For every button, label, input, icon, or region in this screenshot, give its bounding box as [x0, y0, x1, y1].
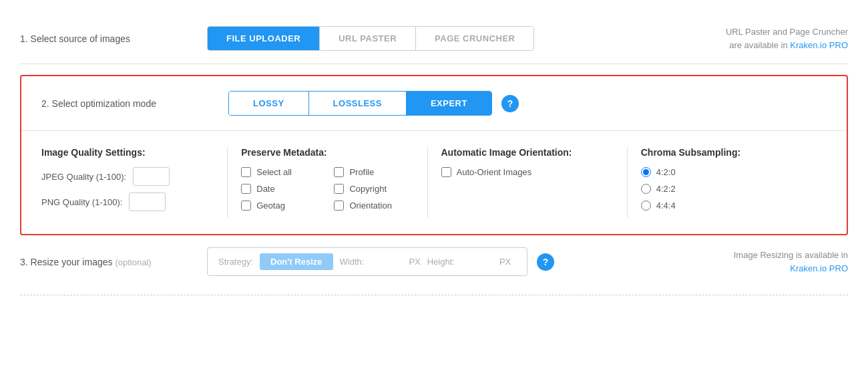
checkbox-geotag-input[interactable]: [241, 201, 251, 211]
optimization-tab-group: LOSSY LOSSLESS EXPERT: [228, 91, 492, 116]
width-input[interactable]: [368, 257, 405, 267]
radio-444-input[interactable]: [641, 201, 651, 211]
radio-444-label: 4:4:4: [656, 201, 676, 211]
height-unit: PX: [499, 257, 511, 267]
kraken-pro-link-2[interactable]: Kraken.io PRO: [790, 263, 848, 273]
height-label: Height:: [427, 257, 455, 267]
png-quality-row: PNG Quality (1-100):: [41, 193, 214, 211]
height-input[interactable]: [459, 257, 495, 267]
expert-section: 2. Select optimization mode LOSSY LOSSLE…: [20, 75, 848, 235]
auto-orientation-title: Automatic Image Orientation:: [441, 147, 614, 158]
png-quality-input[interactable]: [129, 193, 166, 211]
checkbox-copyright-input[interactable]: [334, 184, 344, 194]
radio-420: 4:2:0: [641, 167, 813, 177]
section1-note-suffix: are available in: [729, 40, 787, 50]
checkbox-select-all: Select all: [241, 167, 320, 177]
metadata-grid: Select all Profile Date Copyright: [241, 167, 413, 217]
checkbox-copyright-label: Copyright: [349, 184, 387, 194]
checkbox-profile: Profile: [334, 167, 413, 177]
tab-lossless[interactable]: LOSSLESS: [309, 92, 407, 115]
tab-url-paster[interactable]: URL PASTER: [320, 27, 416, 50]
section2-label: 2. Select optimization mode: [41, 98, 228, 109]
resize-help-icon[interactable]: ?: [537, 253, 554, 271]
chroma-col: Chroma Subsampling: 4:2:0 4:2:2 4:4:4: [641, 147, 827, 218]
checkbox-date-input[interactable]: [241, 184, 251, 194]
tab-file-uploader[interactable]: FILE UPLOADER: [208, 27, 320, 50]
height-field: Height: PX: [427, 257, 511, 267]
radio-422-input[interactable]: [641, 184, 651, 194]
resize-note-prefix: Image Resizing is available in: [734, 250, 848, 260]
checkbox-profile-input[interactable]: [334, 167, 344, 177]
checkbox-orientation-label: Orientation: [349, 201, 392, 211]
checkbox-orientation: Orientation: [334, 201, 413, 211]
jpeg-quality-row: JPEG Quality (1-100):: [41, 167, 214, 186]
section3-label-optional: (optional): [115, 257, 151, 267]
section1-row: 1. Select source of images FILE UPLOADER…: [20, 13, 848, 64]
checkbox-profile-label: Profile: [349, 167, 374, 177]
section3-label: 3. Resize your images (optional): [20, 257, 207, 267]
tab-lossy[interactable]: LOSSY: [229, 92, 309, 115]
checkbox-copyright: Copyright: [334, 184, 413, 194]
radio-444: 4:4:4: [641, 201, 813, 211]
jpeg-quality-input[interactable]: [133, 167, 170, 186]
preserve-metadata-title: Preserve Metadata:: [241, 147, 413, 158]
image-quality-title: Image Quality Settings:: [41, 147, 214, 158]
checkbox-auto-orient: Auto-Orient Images: [441, 167, 614, 177]
checkbox-geotag: Geotag: [241, 201, 320, 211]
expert-settings: Image Quality Settings: JPEG Quality (1-…: [21, 131, 847, 234]
checkbox-auto-orient-input[interactable]: [441, 167, 451, 177]
auto-orientation-col: Automatic Image Orientation: Auto-Orient…: [441, 147, 628, 218]
radio-420-input[interactable]: [641, 167, 651, 177]
png-quality-label: PNG Quality (1-100):: [41, 197, 122, 207]
checkbox-select-all-label: Select all: [256, 167, 292, 177]
bottom-divider: [20, 295, 848, 295]
checkbox-auto-orient-label: Auto-Orient Images: [457, 167, 532, 177]
source-tab-group: FILE UPLOADER URL PASTER PAGE CRUNCHER: [207, 26, 534, 51]
checkbox-orientation-input[interactable]: [334, 201, 344, 211]
kraken-pro-link-1[interactable]: Kraken.io PRO: [790, 40, 848, 50]
tab-expert[interactable]: EXPERT: [407, 92, 491, 115]
width-label: Width:: [340, 257, 365, 267]
section1-label: 1. Select source of images: [20, 33, 207, 44]
dont-resize-button[interactable]: Don't Resize: [260, 253, 333, 270]
optimization-help-icon[interactable]: ?: [501, 95, 519, 112]
section1-note-prefix: URL Paster and Page Cruncher: [726, 27, 848, 37]
strategy-label: Strategy:: [218, 257, 253, 267]
jpeg-quality-label: JPEG Quality (1-100):: [41, 172, 126, 182]
radio-420-label: 4:2:0: [656, 167, 676, 177]
resize-bar: Strategy: Don't Resize Width: PX Height:…: [207, 247, 527, 276]
section3-label-main: 3. Resize your images: [20, 257, 113, 267]
checkbox-select-all-input[interactable]: [241, 167, 251, 177]
section3-row: 3. Resize your images (optional) Strateg…: [20, 235, 848, 288]
page-wrapper: 1. Select source of images FILE UPLOADER…: [0, 0, 868, 309]
width-field: Width: PX: [340, 257, 421, 267]
preserve-metadata-col: Preserve Metadata: Select all Profile Da…: [241, 147, 427, 218]
chroma-title: Chroma Subsampling:: [641, 147, 813, 158]
radio-422-label: 4:2:2: [656, 184, 676, 194]
checkbox-geotag-label: Geotag: [256, 201, 285, 211]
width-unit: PX: [409, 257, 420, 267]
checkbox-date: Date: [241, 184, 320, 194]
section1-note: URL Paster and Page Cruncher are availab…: [726, 25, 848, 51]
resize-note: Image Resizing is available in Kraken.io…: [734, 249, 848, 275]
checkbox-date-label: Date: [256, 184, 274, 194]
tab-page-cruncher[interactable]: PAGE CRUNCHER: [416, 27, 533, 50]
radio-422: 4:2:2: [641, 184, 813, 194]
image-quality-col: Image Quality Settings: JPEG Quality (1-…: [41, 147, 228, 218]
expert-top: 2. Select optimization mode LOSSY LOSSLE…: [21, 76, 847, 131]
